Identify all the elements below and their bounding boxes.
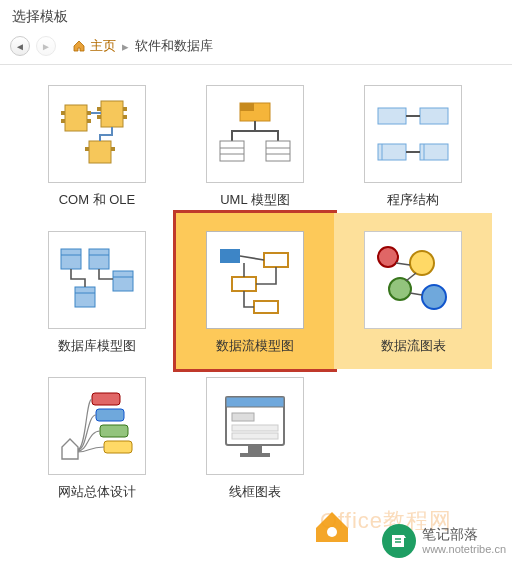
svg-rect-5 — [101, 101, 123, 127]
svg-point-39 — [378, 247, 398, 267]
nav-forward-button: ► — [36, 36, 56, 56]
svg-rect-4 — [87, 119, 91, 123]
template-com-ole[interactable]: COM 和 OLE — [18, 85, 176, 209]
svg-rect-9 — [123, 115, 127, 119]
template-website[interactable]: 网站总体设计 — [18, 377, 176, 501]
watermark: 笔记部落 www.notetribe.cn — [382, 524, 506, 558]
svg-rect-50 — [232, 425, 278, 431]
svg-rect-48 — [226, 397, 284, 407]
svg-rect-37 — [232, 277, 256, 291]
svg-rect-35 — [220, 249, 240, 263]
home-icon — [72, 39, 86, 53]
thumb-uml — [206, 85, 304, 183]
svg-point-40 — [410, 251, 434, 275]
watermark-name: 笔记部落 — [422, 527, 506, 542]
svg-rect-38 — [254, 301, 278, 313]
svg-rect-8 — [123, 107, 127, 111]
watermark-badge-icon — [382, 524, 416, 558]
svg-rect-51 — [232, 433, 278, 439]
svg-rect-45 — [100, 425, 128, 437]
template-wireframe[interactable]: 线框图表 — [176, 377, 334, 501]
template-program-structure[interactable]: 程序结构 — [334, 85, 492, 209]
template-label: 数据库模型图 — [58, 337, 136, 355]
svg-rect-2 — [61, 119, 65, 123]
watermark-url: www.notetribe.cn — [422, 543, 506, 555]
svg-rect-49 — [232, 413, 254, 421]
svg-point-42 — [422, 285, 446, 309]
svg-rect-53 — [240, 453, 270, 457]
svg-rect-7 — [97, 115, 101, 119]
thumb-dataflow-model — [206, 231, 304, 329]
svg-point-54 — [327, 527, 337, 537]
svg-rect-44 — [96, 409, 124, 421]
template-dataflow-model[interactable]: 数据流模型图 — [173, 210, 337, 372]
template-label: COM 和 OLE — [59, 191, 136, 209]
thumb-wireframe — [206, 377, 304, 475]
svg-rect-0 — [65, 105, 87, 131]
template-label: 线框图表 — [229, 483, 281, 501]
chevron-right-icon: ▸ — [122, 39, 129, 54]
svg-rect-21 — [378, 108, 406, 124]
template-grid: COM 和 OLE UML 模型图 — [0, 65, 512, 511]
svg-rect-43 — [92, 393, 120, 405]
breadcrumb-current: 软件和数据库 — [135, 37, 213, 55]
template-label: 数据流图表 — [381, 337, 446, 355]
thumb-prog — [364, 85, 462, 183]
svg-rect-27 — [61, 249, 81, 269]
page-title: 选择模板 — [0, 0, 512, 32]
template-db-model[interactable]: 数据库模型图 — [18, 231, 176, 355]
home-link[interactable]: 主页 — [72, 37, 116, 55]
home-label: 主页 — [90, 37, 116, 55]
template-dataflow-chart[interactable]: 数据流图表 — [334, 213, 492, 369]
breadcrumb: ◄ ► 主页 ▸ 软件和数据库 — [0, 32, 512, 65]
svg-rect-36 — [264, 253, 288, 267]
svg-rect-10 — [89, 141, 111, 163]
template-label: UML 模型图 — [220, 191, 290, 209]
template-label: 程序结构 — [387, 191, 439, 209]
svg-rect-52 — [248, 445, 262, 453]
svg-rect-14 — [240, 103, 254, 111]
svg-rect-29 — [89, 249, 109, 269]
template-label: 网站总体设计 — [58, 483, 136, 501]
nav-back-button[interactable]: ◄ — [10, 36, 30, 56]
svg-rect-15 — [220, 141, 244, 161]
svg-rect-31 — [113, 271, 133, 291]
svg-rect-12 — [111, 147, 115, 151]
watermark-house-icon — [312, 508, 352, 544]
svg-point-41 — [389, 278, 411, 300]
thumb-dataflow-chart — [364, 231, 462, 329]
svg-rect-33 — [75, 287, 95, 307]
template-label: 数据流模型图 — [216, 337, 294, 355]
svg-rect-3 — [87, 111, 91, 115]
thumb-db — [48, 231, 146, 329]
svg-rect-46 — [104, 441, 132, 453]
svg-rect-1 — [61, 111, 65, 115]
svg-rect-22 — [420, 108, 448, 124]
svg-rect-18 — [266, 141, 290, 161]
thumb-website — [48, 377, 146, 475]
svg-rect-11 — [85, 147, 89, 151]
template-uml[interactable]: UML 模型图 — [176, 85, 334, 209]
svg-rect-6 — [97, 107, 101, 111]
thumb-com-ole — [48, 85, 146, 183]
